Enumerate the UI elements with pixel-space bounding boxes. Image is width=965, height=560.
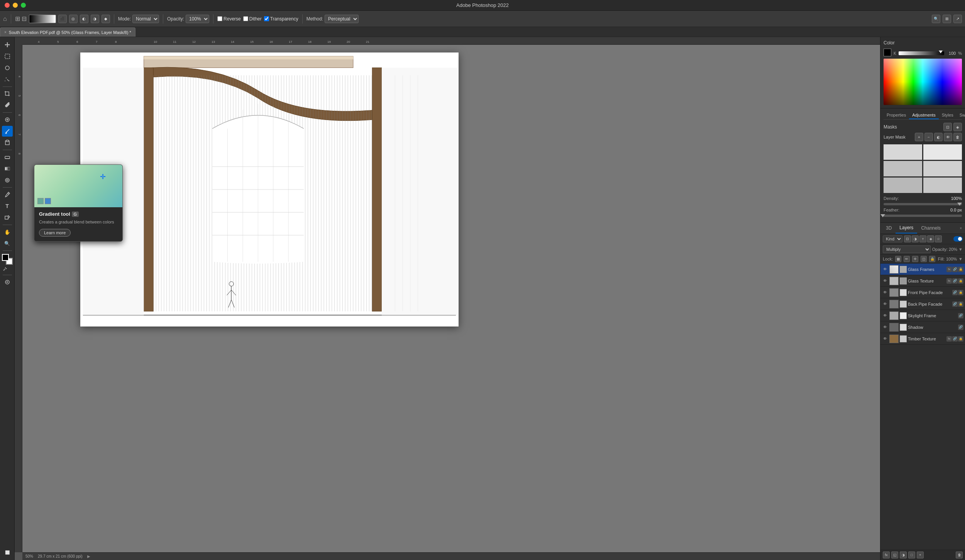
fill-arrow[interactable]: ▼ [958, 257, 963, 261]
layer-item-skylight[interactable]: 👁 Skylight Frame 🔗 [880, 310, 965, 321]
gradient-tool[interactable] [2, 163, 13, 174]
screen-mode[interactable]: ⬜ [2, 547, 13, 558]
vector-mask-btn[interactable]: ◈ [953, 123, 962, 131]
magic-wand-tool[interactable] [2, 74, 13, 85]
maximize-button[interactable] [21, 3, 26, 8]
visibility-icon-1[interactable]: 👁 [882, 266, 888, 272]
share-icon[interactable]: ↗ [953, 15, 962, 23]
status-arrow[interactable]: ▶ [87, 554, 90, 558]
mode-select[interactable]: Normal [132, 15, 159, 23]
layer-item-timber[interactable]: 👁 Timber Texture fx 🔗 🔒 [880, 333, 965, 345]
visibility-icon-7[interactable]: 👁 [882, 336, 888, 342]
selection-tool[interactable] [2, 51, 13, 62]
k-slider[interactable] [899, 51, 945, 55]
gradient-type-reflected[interactable]: ◑ [91, 15, 99, 23]
brush-tool[interactable] [2, 126, 13, 137]
text-tool[interactable]: T [2, 201, 13, 211]
toolbar-home[interactable]: ⌂ [3, 15, 7, 22]
tab-3d[interactable]: 3D [882, 223, 896, 233]
visibility-icon-4[interactable]: 👁 [882, 301, 888, 307]
add-layer-style-btn[interactable]: fx [883, 552, 890, 558]
color-spectrum[interactable] [884, 59, 962, 105]
mask-invert-btn[interactable]: ◐ [934, 133, 943, 141]
document-tab[interactable]: × South Elevation PDF.pdf @ 50% (Glass F… [0, 27, 135, 37]
delete-layer-btn[interactable]: 🗑 [956, 552, 963, 558]
reverse-checkbox[interactable] [217, 16, 222, 21]
opacity-select[interactable]: 100% [186, 15, 209, 23]
mask-delete-btn[interactable]: 🗑 [953, 133, 962, 141]
shape-tool[interactable] [2, 212, 13, 223]
layer-item-glass-frames[interactable]: 👁 Glass Frames fx 🔗 🔒 [880, 264, 965, 275]
tab-properties[interactable]: Properties [884, 112, 909, 119]
gradient-type-diamond[interactable]: ◆ [102, 15, 110, 23]
lock-brush-btn[interactable]: ✏ [904, 256, 910, 262]
layer-item-shadow[interactable]: 👁 Shadow 🔗 [880, 321, 965, 333]
lock-transparent-btn[interactable]: ▦ [895, 256, 901, 262]
color-swatches[interactable] [2, 254, 13, 265]
document-canvas[interactable] [80, 52, 459, 327]
lock-artboard-btn[interactable]: ◫ [921, 256, 927, 262]
tab-channels[interactable]: Channels [917, 223, 945, 233]
tab-adjustments[interactable]: Adjustments [909, 112, 939, 119]
visibility-icon-3[interactable]: 👁 [882, 289, 888, 296]
filter-vector-icon[interactable]: ◈ [927, 235, 934, 242]
tab-styles[interactable]: Styles [939, 112, 957, 119]
learn-more-button[interactable]: Learn more [39, 229, 71, 237]
filter-smart-icon[interactable]: ☆ [935, 235, 942, 242]
filter-text-icon[interactable]: T [919, 235, 926, 242]
gradient-preview[interactable] [29, 15, 56, 23]
visibility-icon-6[interactable]: 👁 [882, 324, 888, 330]
quick-mask-mode[interactable] [2, 277, 13, 288]
clone-tool[interactable] [2, 137, 13, 148]
eraser-tool[interactable] [2, 152, 13, 162]
lock-position-btn[interactable]: ✛ [912, 256, 918, 262]
mask-subtract-btn[interactable]: − [924, 133, 933, 141]
lock-all-btn[interactable]: 🔒 [929, 256, 935, 262]
visibility-icon-2[interactable]: 👁 [882, 278, 888, 284]
swap-colors-icon[interactable] [3, 267, 7, 271]
add-mask-btn[interactable]: ◱ [891, 552, 898, 558]
opacity-arrow[interactable]: ▼ [958, 247, 963, 252]
minimize-button[interactable] [13, 3, 18, 8]
layer-item-glass-texture[interactable]: 👁 Glass Texture fx 🔗 🔒 [880, 275, 965, 287]
hand-tool[interactable]: ✋ [2, 227, 13, 237]
pen-tool[interactable] [2, 189, 13, 200]
blend-mode-select[interactable]: Multiply [883, 245, 931, 253]
foreground-color[interactable] [2, 254, 9, 261]
layer-item-front-pipe[interactable]: 👁 Front Pipe Facade 🔗 🔒 [880, 287, 965, 298]
blur-tool[interactable] [2, 175, 13, 186]
filter-pixel-icon[interactable]: ⊡ [904, 235, 911, 242]
crop-tool[interactable] [2, 88, 13, 99]
filter-toggle[interactable] [953, 236, 963, 242]
color-black-swatch[interactable] [884, 49, 891, 56]
gradient-type-linear[interactable]: ⬛ [58, 15, 67, 23]
canvas-area[interactable]: 4 5 6 7 8 10 11 12 13 14 15 16 17 18 19 … [15, 37, 880, 560]
density-slider[interactable] [884, 203, 962, 205]
search-icon[interactable]: 🔍 [932, 15, 940, 23]
tab-swatches[interactable]: Swatches [957, 112, 965, 119]
arrange-icon[interactable]: ⊞ [943, 15, 951, 23]
mask-add-btn[interactable]: + [915, 133, 923, 141]
heal-tool[interactable] [2, 114, 13, 125]
tab-layers[interactable]: Layers [896, 223, 917, 233]
lasso-tool[interactable] [2, 63, 13, 73]
canvas-content[interactable]: ✛ Gradient tool G Creates a gradual blen… [22, 45, 880, 552]
filter-adjustment-icon[interactable]: ◑ [912, 235, 919, 242]
move-tool[interactable] [2, 39, 13, 50]
eyedropper-tool[interactable] [2, 100, 13, 111]
pixel-mask-btn[interactable]: ⊡ [943, 123, 952, 131]
new-fill-btn[interactable]: ◑ [900, 552, 907, 558]
gradient-type-angle[interactable]: ◐ [80, 15, 88, 23]
close-icon[interactable]: × [4, 30, 7, 34]
layers-panel-close[interactable]: × [958, 226, 963, 230]
new-group-btn[interactable]: □ [908, 552, 915, 558]
feather-slider[interactable] [884, 215, 962, 217]
visibility-icon-5[interactable]: 👁 [882, 313, 888, 319]
gradient-type-radial[interactable]: ◎ [69, 15, 78, 23]
mask-visibility-btn[interactable]: 👁 [944, 133, 952, 141]
close-button[interactable] [5, 3, 10, 8]
zoom-tool[interactable]: 🔍 [2, 238, 13, 249]
method-select[interactable]: Perceptual [325, 15, 359, 23]
layer-item-back-pipe[interactable]: 👁 Back Pipe Facade 🔗 🔒 [880, 298, 965, 310]
new-layer-btn[interactable]: + [917, 552, 924, 558]
